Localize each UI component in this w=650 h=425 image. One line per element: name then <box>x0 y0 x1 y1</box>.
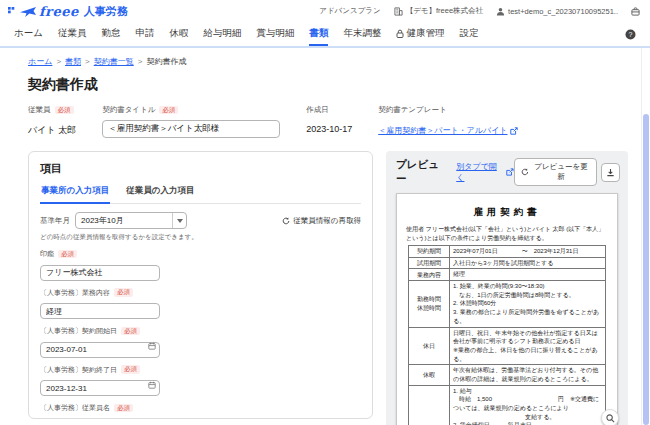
base-month-group: 基準年月 2023年10月 <box>40 212 187 229</box>
field-contract-start: 〔人事労務〕契約開始日必須 <box>40 326 361 358</box>
nav-label: ホーム <box>14 21 43 45</box>
contract-start-input[interactable] <box>40 342 160 358</box>
page-title: 契約書作成 <box>28 76 628 94</box>
contract-row-content: 1. 給与 時給 1,500 円 ※交通費については、就業規則の定めるところによ… <box>450 386 605 425</box>
download-button[interactable] <box>601 163 620 182</box>
preview-header: プレビュー 別タブで開く プレビューを更新 <box>386 151 628 191</box>
contract-row-line: 入社日から3ヶ月間を試用期間とする <box>453 259 602 268</box>
contract-meta-row: 従業員 必須 バイト 太郎 契約書タイトル 必須 作成日 2023-10-17 … <box>28 105 628 138</box>
meta-employee: 従業員 必須 バイト 太郎 <box>28 105 76 137</box>
nav-item-year-end[interactable]: 年末調整 <box>343 22 381 46</box>
select-caret <box>172 213 186 228</box>
top-right-area: アドバンスプラン 【デモ】freee株式会社 test+demo_c_20230… <box>319 6 640 16</box>
contract-intro: 使用者 フリー株式会社(以下「会社」という)とバイト 太郎 (以下「本人」という… <box>406 225 608 243</box>
field-label: 〔人事労務〕業務内容 <box>40 288 110 298</box>
update-preview-button[interactable]: プレビューを更新 <box>514 158 598 186</box>
contract-row-line: 2. 賃金締切日 毎月末日 <box>453 421 602 425</box>
meta-template: 契約書テンプレート ＜雇用契約書＞パート・アルバイト <box>378 105 517 136</box>
employee-label: 従業員 <box>28 105 51 115</box>
breadcrumb-docs[interactable]: 書類 <box>65 56 81 67</box>
required-badge: 必須 <box>58 250 77 259</box>
nav-item-documents[interactable]: 書類 <box>309 22 328 46</box>
contract-row-content: 経理 <box>450 269 605 280</box>
contract-row-line: ※業務の都合上、休日を他の日に振り替えることがある。 <box>453 346 602 363</box>
account-name: test+demo_c_20230710095251.. <box>508 7 618 16</box>
nav-label: 健康管理 <box>406 21 444 45</box>
contract-row-content: 入社日から3ヶ月間を試用期間とする <box>450 258 605 269</box>
open-new-tab-label: 別タブで開く <box>456 161 504 183</box>
breadcrumb-home[interactable]: ホーム <box>28 56 52 67</box>
doc-title-input[interactable] <box>102 120 280 138</box>
scrollbar-thumb[interactable] <box>643 114 649 425</box>
contract-row-label: 業務内容 <box>409 269 450 280</box>
tab-employee-inputs[interactable]: 従業員の入力項目 <box>125 181 195 204</box>
brand-name: freee <box>39 4 79 19</box>
nav-item-leave[interactable]: 休暇 <box>169 22 188 46</box>
update-preview-label: プレビューを更新 <box>531 162 590 182</box>
employee-name-input[interactable] <box>40 419 160 420</box>
base-month-value: 2023年10月 <box>76 215 172 226</box>
nav-item-home[interactable]: ホーム <box>14 22 43 46</box>
nav-item-attendance[interactable]: 勤怠 <box>101 22 120 46</box>
nav-label: 年末調整 <box>343 21 381 45</box>
preview-title: プレビュー <box>396 158 448 186</box>
breadcrumb-contract-list[interactable]: 契約書一覧 <box>94 56 134 67</box>
employee-label-row: 従業員 必須 <box>28 105 76 115</box>
calendar-icon[interactable] <box>148 381 156 389</box>
contract-row-line: 2. 休憩時間60分 <box>453 299 602 308</box>
contract-row-line: 1. 始業、終業の時間(9:30〜18:30) <box>453 282 602 291</box>
main-columns: 項目 事業所の入力項目 従業員の入力項目 基準年月 2023年10月 <box>28 151 628 425</box>
logo-grid-icon <box>8 7 17 16</box>
contract-row-line: 年次有給休暇は、労働基準法どおり付与する。その他の休暇の詳細は、就業規則の定める… <box>453 366 602 383</box>
breadcrumb-separator: > <box>56 57 61 66</box>
help-button[interactable]: ? <box>625 29 636 40</box>
contract-row-content: 1. 始業、終業の時間(9:30〜18:30) なお、1日の所定労働時間は8時間… <box>450 281 605 326</box>
field-gyomu: 〔人事労務〕業務内容必須 <box>40 288 361 320</box>
contract-row-content: 2023年07月01日 〜 2023年12月31日 <box>450 246 605 257</box>
field-label: 〔人事労務〕契約終了日 <box>40 365 117 375</box>
nav-label: 勤怠 <box>101 21 120 45</box>
field-contract-end: 〔人事労務〕契約終了日必須 <box>40 365 361 397</box>
company-name: 【デモ】freee株式会社 <box>406 6 483 16</box>
inkan-input[interactable] <box>40 265 160 281</box>
company-switcher[interactable]: 【デモ】freee株式会社 <box>394 6 483 16</box>
open-new-tab-link[interactable]: 別タブで開く <box>456 161 513 183</box>
nav-item-settings[interactable]: 設定 <box>459 22 478 46</box>
breadcrumb: ホーム> 書類> 契約書一覧> 契約書作成 <box>28 56 628 67</box>
contract-row-line: 支給する。 <box>453 413 602 422</box>
briefcase-icon[interactable] <box>631 7 640 16</box>
contract-row-label: 賃金等 <box>409 386 450 425</box>
items-panel: 項目 事業所の入力項目 従業員の入力項目 基準年月 2023年10月 <box>28 151 373 419</box>
nav-item-health[interactable]: 健康管理 <box>396 22 444 46</box>
preview-zoom-button[interactable] <box>601 409 619 425</box>
base-month-help: どの時点の従業員情報を取得するかを設定できます。 <box>40 233 361 242</box>
nav-item-employees[interactable]: 従業員 <box>58 22 87 46</box>
contract-row-line: 2023年07月01日 〜 2023年12月31日 <box>453 247 602 256</box>
nav-item-bonus[interactable]: 賞与明細 <box>256 22 294 46</box>
template-link[interactable]: ＜雇用契約書＞パート・アルバイト <box>378 125 517 136</box>
nav-item-payslip[interactable]: 給与明細 <box>203 22 241 46</box>
top-bar: freee 人事労務 アドバンスプラン 【デモ】freee株式会社 test+d… <box>0 0 650 22</box>
items-panel-title: 項目 <box>40 161 361 176</box>
calendar-icon[interactable] <box>148 342 156 350</box>
refresh-icon <box>282 217 290 225</box>
nav-item-requests[interactable]: 申請 <box>135 22 154 46</box>
refresh-icon <box>521 168 529 176</box>
account-menu[interactable]: test+demo_c_20230710095251.. <box>496 7 618 16</box>
contract-doc-title: 雇用契約書 <box>406 206 608 219</box>
base-month-row: 基準年月 2023年10月 従業員情報の再取得 <box>40 212 361 229</box>
download-icon <box>606 168 615 177</box>
field-employee-name: 〔人事労務〕従業員名必須 <box>40 403 361 419</box>
base-month-select[interactable]: 2023年10月 <box>75 212 187 229</box>
doc-title-label: 契約書タイトル <box>102 105 155 115</box>
external-link-icon <box>506 168 514 176</box>
template-link-text: ＜雇用契約書＞パート・アルバイト <box>378 125 507 136</box>
business-content-input[interactable] <box>40 303 160 319</box>
contract-row-content: 年次有給休暇は、労働基準法どおり付与する。その他の休暇の詳細は、就業規則の定める… <box>450 365 605 384</box>
building-icon <box>394 7 403 16</box>
refresh-employee-info-button[interactable]: 従業員情報の再取得 <box>282 216 361 226</box>
freee-logo[interactable]: freee 人事労務 <box>8 4 128 19</box>
base-month-label: 基準年月 <box>40 216 70 226</box>
contract-end-input[interactable] <box>40 380 160 396</box>
tab-office-inputs[interactable]: 事業所の入力項目 <box>40 181 110 204</box>
